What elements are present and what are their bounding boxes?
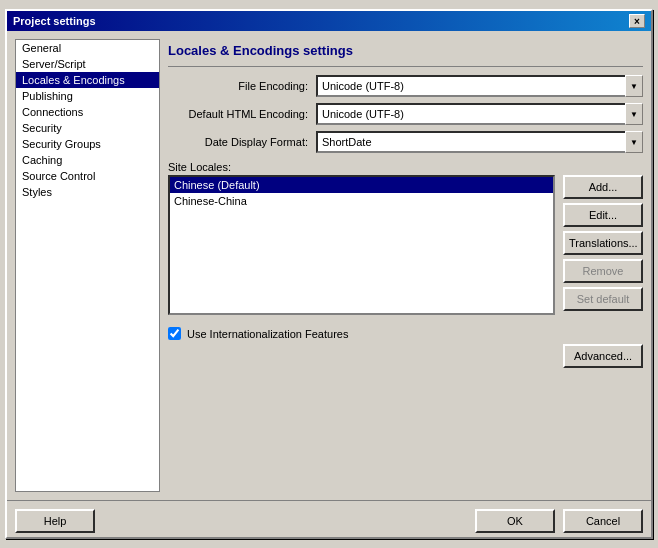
bottom-bar: Help OK Cancel	[7, 500, 651, 537]
file-encoding-select-wrapper: Unicode (UTF-8)UTF-16ISO-8859-1 ▼	[316, 75, 643, 97]
date-format-label: Date Display Format:	[168, 136, 308, 148]
remove-button[interactable]: Remove	[563, 259, 643, 283]
internationalization-label: Use Internationalization Features	[187, 328, 348, 340]
add-button[interactable]: Add...	[563, 175, 643, 199]
dialog-title: Project settings	[13, 15, 96, 27]
sidebar-item-caching[interactable]: Caching	[16, 152, 159, 168]
dialog-body: GeneralServer/ScriptLocales & EncodingsP…	[7, 31, 651, 500]
panel-title: Locales & Encodings settings	[168, 39, 643, 67]
locale-item-chinese-china[interactable]: Chinese-China	[170, 193, 553, 209]
file-encoding-label: File Encoding:	[168, 80, 308, 92]
date-format-select-wrapper: ShortDateLongDateShortTimeLongTime ▼	[316, 131, 643, 153]
main-content: Locales & Encodings settings File Encodi…	[168, 39, 643, 492]
date-format-select[interactable]: ShortDateLongDateShortTimeLongTime	[316, 131, 643, 153]
file-encoding-row: File Encoding: Unicode (UTF-8)UTF-16ISO-…	[168, 75, 643, 97]
sidebar-item-publishing[interactable]: Publishing	[16, 88, 159, 104]
sidebar-item-general[interactable]: General	[16, 40, 159, 56]
bottom-right-buttons: OK Cancel	[475, 509, 643, 533]
html-encoding-row: Default HTML Encoding: Unicode (UTF-8)UT…	[168, 103, 643, 125]
sidebar: GeneralServer/ScriptLocales & EncodingsP…	[15, 39, 160, 492]
locale-item-chinese-default[interactable]: Chinese (Default)	[170, 177, 553, 193]
internationalization-row: Use Internationalization Features	[168, 327, 643, 340]
date-format-row: Date Display Format: ShortDateLongDateSh…	[168, 131, 643, 153]
advanced-row: Advanced...	[168, 344, 643, 368]
html-encoding-label: Default HTML Encoding:	[168, 108, 308, 120]
project-settings-dialog: Project settings × GeneralServer/ScriptL…	[5, 9, 653, 539]
file-encoding-select[interactable]: Unicode (UTF-8)UTF-16ISO-8859-1	[316, 75, 643, 97]
set-default-button[interactable]: Set default	[563, 287, 643, 311]
title-bar: Project settings ×	[7, 11, 651, 31]
edit-button[interactable]: Edit...	[563, 203, 643, 227]
ok-button[interactable]: OK	[475, 509, 555, 533]
locales-container: Chinese (Default)Chinese-China Add... Ed…	[168, 175, 643, 315]
sidebar-item-server-script[interactable]: Server/Script	[16, 56, 159, 72]
html-encoding-select-wrapper: Unicode (UTF-8)UTF-16ISO-8859-1 ▼	[316, 103, 643, 125]
help-button[interactable]: Help	[15, 509, 95, 533]
cancel-button[interactable]: Cancel	[563, 509, 643, 533]
internationalization-checkbox[interactable]	[168, 327, 181, 340]
sidebar-item-source-control[interactable]: Source Control	[16, 168, 159, 184]
close-button[interactable]: ×	[629, 14, 645, 28]
locales-list[interactable]: Chinese (Default)Chinese-China	[168, 175, 555, 315]
sidebar-item-security[interactable]: Security	[16, 120, 159, 136]
translations-button[interactable]: Translations...	[563, 231, 643, 255]
sidebar-item-locales-encodings[interactable]: Locales & Encodings	[16, 72, 159, 88]
html-encoding-select[interactable]: Unicode (UTF-8)UTF-16ISO-8859-1	[316, 103, 643, 125]
sidebar-item-connections[interactable]: Connections	[16, 104, 159, 120]
site-locales-label: Site Locales:	[168, 161, 643, 173]
locales-buttons: Add... Edit... Translations... Remove Se…	[563, 175, 643, 315]
advanced-button[interactable]: Advanced...	[563, 344, 643, 368]
sidebar-item-security-groups[interactable]: Security Groups	[16, 136, 159, 152]
sidebar-item-styles[interactable]: Styles	[16, 184, 159, 200]
form-section: File Encoding: Unicode (UTF-8)UTF-16ISO-…	[168, 75, 643, 153]
